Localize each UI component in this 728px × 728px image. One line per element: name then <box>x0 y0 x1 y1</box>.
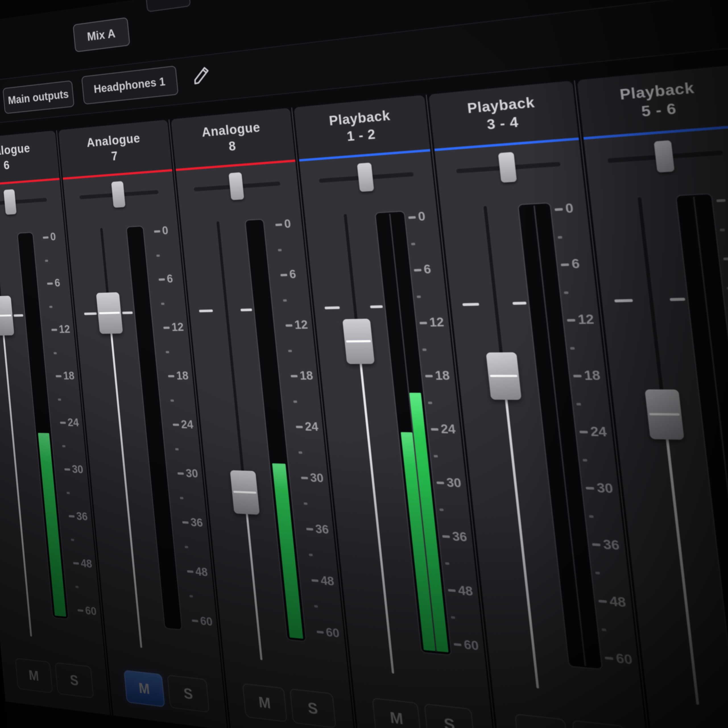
scale-tick-major <box>408 216 416 219</box>
pan-handle[interactable] <box>111 181 125 208</box>
scale-label: 0 <box>283 217 292 231</box>
scale-tick-minor <box>190 595 193 598</box>
scale-label: 48 <box>195 565 208 579</box>
scale-tick-major <box>419 322 427 324</box>
scale-label: 48 <box>320 573 335 588</box>
fader-handle[interactable] <box>0 296 14 336</box>
mute-button[interactable]: M <box>372 697 421 728</box>
scale-label: 24 <box>180 418 194 431</box>
scale-tick-major <box>301 477 308 479</box>
scale-label: 60 <box>615 650 633 667</box>
mute-button[interactable]: M <box>124 670 165 707</box>
scale-label: 36 <box>451 529 468 544</box>
scale-tick-major <box>69 515 75 518</box>
scale-tick-major <box>52 329 57 331</box>
fader-handle-line <box>649 413 680 416</box>
solo-button[interactable]: S <box>289 688 336 728</box>
meter-separator <box>693 196 728 682</box>
scale-label: 18 <box>176 369 189 382</box>
scale-tick-minor <box>434 455 438 457</box>
pan-slider <box>176 162 300 213</box>
scale-tick-minor <box>293 401 297 403</box>
scale-tick-minor <box>185 546 188 548</box>
pan-handle[interactable] <box>3 189 17 215</box>
scale-tick-minor <box>570 347 575 350</box>
meter-separator <box>534 205 586 666</box>
unity-mark-right <box>240 308 252 311</box>
scale-tick-minor <box>304 503 308 505</box>
scale-label: 6 <box>571 256 580 272</box>
scale-tick-minor <box>298 451 303 454</box>
pan-handle[interactable] <box>654 140 675 173</box>
solo-button[interactable]: S <box>167 675 210 713</box>
mute-button[interactable]: M <box>514 714 569 728</box>
scale-tick-major <box>291 375 298 377</box>
solo-button[interactable]: S <box>572 720 629 728</box>
scale-tick-minor <box>439 508 444 511</box>
scale-label: 30 <box>185 466 199 480</box>
meter-fill <box>38 433 66 616</box>
meter-separator <box>389 214 437 652</box>
scale-tick-minor <box>175 448 179 450</box>
scale-tick-major <box>64 468 70 471</box>
scale-label: 12 <box>58 323 70 336</box>
scale-label: 0 <box>50 230 56 243</box>
channel-header: Analogue 7 <box>58 120 172 178</box>
fader-handle-line <box>346 340 371 343</box>
scale-tick-major <box>605 657 613 660</box>
scale-tick-major <box>280 274 287 277</box>
scale-tick-major <box>317 631 324 633</box>
mute-button[interactable]: M <box>242 683 288 722</box>
scale-tick-major <box>586 487 594 490</box>
scale-tick-minor <box>564 292 569 294</box>
solo-button[interactable]: S <box>424 704 476 728</box>
scale-label: 60 <box>200 614 213 629</box>
unity-mark-left <box>462 303 479 306</box>
fader-handle[interactable] <box>486 352 522 400</box>
tab-mix-a[interactable]: Mix A <box>73 17 130 52</box>
scale-label: 60 <box>84 604 97 618</box>
scale-tick-minor <box>278 249 282 251</box>
scale-tick-major <box>43 236 48 239</box>
scale-label: 30 <box>71 463 84 476</box>
scale-tick-major <box>177 473 184 475</box>
scale-label: 48 <box>80 557 93 570</box>
mute-button[interactable]: M <box>15 658 53 693</box>
scale-label: 6 <box>54 277 61 289</box>
unity-mark-left <box>324 306 340 309</box>
fader-handle[interactable] <box>645 389 684 440</box>
scale-tick-major <box>56 375 62 377</box>
scale-tick-minor <box>161 303 164 305</box>
scale-label: 24 <box>589 424 607 439</box>
scale-label: 60 <box>463 637 479 653</box>
scale-label: 30 <box>309 471 324 485</box>
level-meter <box>518 202 603 670</box>
scale-tick-minor <box>166 351 169 353</box>
scale-tick-minor <box>62 445 66 447</box>
scale-tick-minor <box>411 243 416 245</box>
scale-tick-minor <box>180 497 184 499</box>
fader-track-lower <box>1 316 32 637</box>
fader-handle[interactable] <box>230 470 260 515</box>
scale-label: 18 <box>299 369 314 382</box>
scale-tick-major <box>73 562 79 564</box>
fader-handle[interactable] <box>96 292 123 333</box>
scale-tick-minor <box>156 254 160 257</box>
scale-tick-minor <box>67 492 70 494</box>
solo-button[interactable]: S <box>55 662 94 699</box>
unity-mark-right <box>122 311 133 314</box>
scale-tick-minor <box>314 605 318 608</box>
unity-mark-right <box>14 314 23 317</box>
channel-header: Analogue 8 <box>171 108 295 169</box>
pan-handle[interactable] <box>498 152 517 183</box>
fader-handle[interactable] <box>343 319 375 364</box>
scale-tick-major <box>173 424 179 426</box>
pan-handle[interactable] <box>229 172 244 200</box>
edit-mix-name-button[interactable] <box>188 61 215 89</box>
scale-tick-major <box>414 269 421 271</box>
scale-tick-minor <box>54 352 57 354</box>
scale-label: 6 <box>289 267 297 281</box>
scale-tick-major <box>187 570 194 573</box>
pan-handle[interactable] <box>357 163 374 192</box>
unity-mark-right <box>512 301 527 304</box>
